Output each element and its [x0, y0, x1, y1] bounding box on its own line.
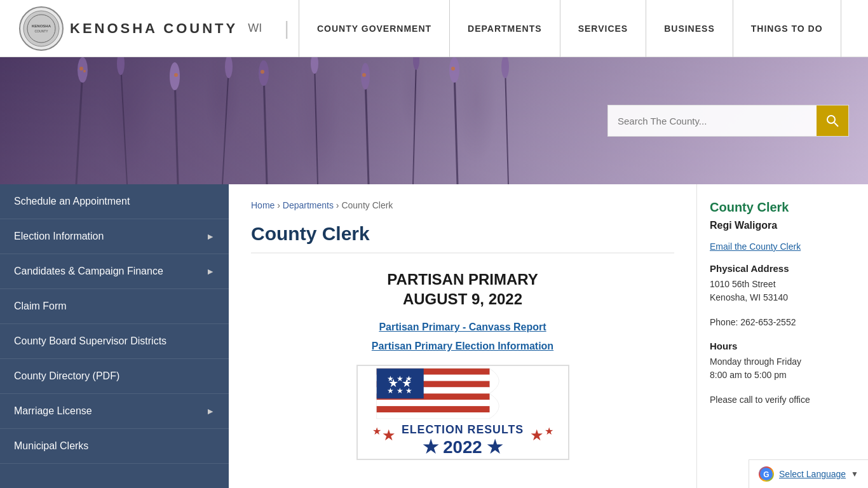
hours-text: Monday through Friday 8:00 am to 5:00 pm — [710, 355, 855, 382]
sidebar-item-candidates[interactable]: Candidates & Campaign Finance ► — [0, 254, 229, 289]
select-language-label[interactable]: Select Language — [779, 469, 846, 479]
primary-heading: PARTISAN PRIMARY AUGUST 9, 2022 — [251, 269, 674, 309]
svg-point-25 — [79, 67, 83, 71]
right-panel: County Clerk Regi Waligora Email the Cou… — [696, 184, 868, 488]
svg-text:G: G — [763, 470, 769, 479]
breadcrumb-home[interactable]: Home — [251, 200, 275, 210]
sidebar-item-supervisor-districts[interactable]: County Board Supervisor Districts — [0, 324, 229, 359]
sidebar-item-marriage-license[interactable]: Marriage License ► — [0, 394, 229, 429]
election-results-image: ★ ★ ★ ★ ★ ★ ★ ★ ★ ★ ★ ★ ELECTION RESULTS… — [356, 365, 569, 460]
address-title: Physical Address — [710, 263, 855, 274]
content-wrapper: Schedule an Appointment Election Informa… — [0, 184, 868, 488]
site-name: KENOSHA COUNTY — [70, 20, 238, 37]
nav-departments[interactable]: DEPARTMENTS — [450, 0, 560, 57]
svg-point-0 — [24, 11, 59, 46]
logo-area: KENOSHA COUNTY KENOSHA COUNTY WI — [19, 6, 262, 51]
svg-point-27 — [174, 73, 178, 77]
svg-text:KENOSHA: KENOSHA — [32, 24, 51, 28]
svg-text:COUNTY: COUNTY — [34, 29, 48, 33]
svg-text:★: ★ — [545, 426, 553, 437]
dropdown-icon: ▼ — [851, 470, 858, 478]
svg-text:★: ★ — [382, 428, 396, 444]
svg-point-31 — [827, 116, 835, 123]
page-title: County Clerk — [251, 223, 674, 254]
svg-point-29 — [362, 73, 366, 77]
sidebar-item-municipal-clerks[interactable]: Municipal Clerks — [0, 429, 229, 464]
svg-point-26 — [83, 70, 86, 72]
content-links: Partisan Primary - Canvass Report Partis… — [251, 322, 674, 352]
search-input[interactable] — [608, 105, 817, 136]
nav-things-to-do[interactable]: THINGS TO DO — [733, 0, 841, 57]
county-seal: KENOSHA COUNTY — [19, 6, 64, 51]
hours-title: Hours — [710, 341, 855, 351]
state-abbr: WI — [248, 22, 262, 35]
select-language-bar: G Select Language ▼ — [749, 459, 868, 488]
sidebar-item-county-directory[interactable]: County Directory (PDF) — [0, 359, 229, 394]
svg-text:★ ★ ★: ★ ★ ★ — [387, 387, 412, 396]
svg-point-30 — [451, 67, 455, 71]
breadcrumb-current: County Clerk — [341, 200, 393, 210]
sidebar: Schedule an Appointment Election Informa… — [0, 184, 229, 488]
chevron-right-icon: ► — [206, 266, 215, 276]
election-results-graphic: ★ ★ ★ ★ ★ ★ ★ ★ ★ ★ ★ ★ ELECTION RESULTS… — [358, 365, 568, 460]
nav-divider: | — [284, 18, 289, 39]
nav-business[interactable]: BUSINESS — [646, 0, 733, 57]
sidebar-item-election-info[interactable]: Election Information ► — [0, 219, 229, 254]
svg-text:ELECTION RESULTS: ELECTION RESULTS — [401, 423, 523, 436]
breadcrumb: Home › Departments › County Clerk — [251, 200, 674, 210]
nav-county-government[interactable]: COUNTY GOVERNMENT — [299, 0, 450, 57]
search-icon — [826, 114, 839, 127]
sidebar-item-claim-form[interactable]: Claim Form — [0, 289, 229, 324]
main-navigation: COUNTY GOVERNMENT DEPARTMENTS SERVICES B… — [299, 0, 849, 57]
phone-text: Phone: 262-653-2552 — [710, 316, 855, 329]
election-info-link[interactable]: Partisan Primary Election Information — [372, 341, 553, 352]
panel-title: County Clerk — [710, 200, 855, 215]
site-header: KENOSHA COUNTY KENOSHA COUNTY WI | COUNT… — [0, 0, 868, 57]
canvass-report-link[interactable]: Partisan Primary - Canvass Report — [379, 322, 546, 333]
sidebar-item-schedule[interactable]: Schedule an Appointment — [0, 184, 229, 219]
svg-text:★: ★ — [529, 428, 543, 444]
address-text: 1010 56th Street Kenosha, WI 53140 — [710, 278, 855, 304]
svg-text:★: ★ — [372, 426, 381, 437]
please-call-text: Please call to verify office — [710, 393, 855, 407]
svg-rect-40 — [376, 400, 489, 407]
search-button[interactable] — [817, 105, 848, 136]
search-box — [607, 105, 849, 137]
chevron-right-icon: ► — [206, 231, 215, 241]
hero-banner — [0, 57, 868, 184]
breadcrumb-departments[interactable]: Departments — [283, 200, 334, 210]
clerk-name: Regi Waligora — [710, 220, 855, 231]
chevron-right-icon: ► — [206, 406, 215, 416]
svg-text:★ ★ ★: ★ ★ ★ — [387, 374, 412, 383]
email-clerk-link[interactable]: Email the County Clerk — [710, 241, 855, 252]
google-translate-icon: G — [759, 466, 774, 482]
svg-text:★ 2022 ★: ★ 2022 ★ — [422, 438, 503, 458]
main-content: Home › Departments › County Clerk County… — [229, 184, 696, 488]
svg-point-28 — [261, 70, 264, 74]
svg-rect-41 — [376, 406, 489, 412]
nav-services[interactable]: SERVICES — [560, 0, 647, 57]
svg-rect-42 — [376, 412, 489, 419]
svg-line-32 — [834, 123, 838, 126]
